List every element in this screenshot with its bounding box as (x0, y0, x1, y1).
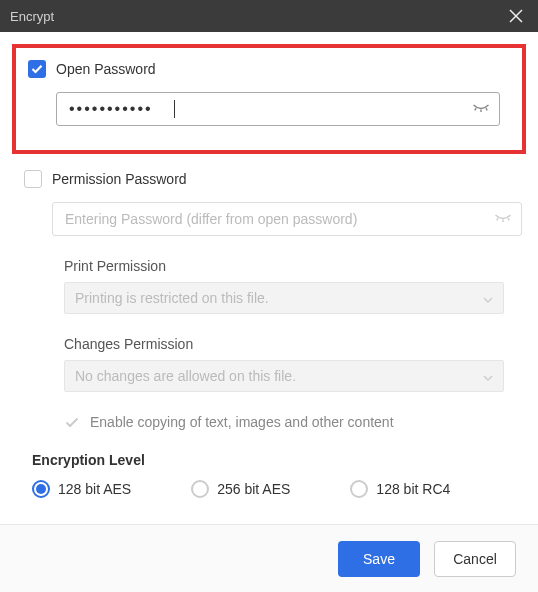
reveal-password-button[interactable] (472, 100, 490, 118)
open-password-row: Open Password (28, 60, 504, 78)
permission-password-input-wrapper (52, 202, 522, 236)
permission-password-checkbox[interactable] (24, 170, 42, 188)
save-button[interactable]: Save (338, 541, 420, 577)
chevron-down-icon (483, 368, 493, 384)
close-button[interactable] (504, 4, 528, 28)
open-password-input[interactable] (56, 92, 500, 126)
print-permission-label: Print Permission (64, 258, 526, 274)
encryption-level-label: Encryption Level (32, 452, 526, 468)
permission-password-row: Permission Password (24, 170, 526, 188)
changes-permission-value: No changes are allowed on this file. (75, 368, 296, 384)
svg-line-5 (497, 218, 498, 220)
encryption-level-group: 128 bit AES 256 bit AES 128 bit RC4 (32, 480, 526, 498)
dialog-content: Open Password Permission Password (0, 32, 538, 510)
radio-label: 256 bit AES (217, 481, 290, 497)
radio-128-rc4[interactable]: 128 bit RC4 (350, 480, 450, 498)
radio-button (350, 480, 368, 498)
reveal-permission-password-button (494, 210, 512, 228)
svg-line-2 (475, 108, 476, 110)
enable-copy-checkbox (64, 414, 80, 430)
print-permission-dropdown: Printing is restricted on this file. (64, 282, 504, 314)
open-password-highlight: Open Password (12, 44, 526, 154)
radio-label: 128 bit RC4 (376, 481, 450, 497)
open-password-label: Open Password (56, 61, 156, 77)
radio-128-aes[interactable]: 128 bit AES (32, 480, 131, 498)
checkmark-icon (65, 417, 79, 428)
text-cursor (174, 100, 175, 118)
close-icon (509, 9, 523, 23)
window-title: Encrypt (10, 9, 504, 24)
cancel-button[interactable]: Cancel (434, 541, 516, 577)
permission-password-input (52, 202, 522, 236)
enable-copy-label: Enable copying of text, images and other… (90, 414, 394, 430)
chevron-down-icon (483, 290, 493, 306)
changes-permission-dropdown: No changes are allowed on this file. (64, 360, 504, 392)
print-permission-value: Printing is restricted on this file. (75, 290, 269, 306)
eye-closed-icon (472, 102, 490, 114)
svg-line-4 (486, 108, 487, 110)
title-bar: Encrypt (0, 0, 538, 32)
enable-copy-row: Enable copying of text, images and other… (64, 414, 526, 430)
svg-line-7 (508, 218, 509, 220)
checkmark-icon (31, 64, 43, 74)
eye-closed-icon (494, 212, 512, 224)
permission-password-section: Permission Password Print Permission Pri… (24, 170, 526, 430)
radio-label: 128 bit AES (58, 481, 131, 497)
radio-256-aes[interactable]: 256 bit AES (191, 480, 290, 498)
changes-permission-label: Changes Permission (64, 336, 526, 352)
open-password-checkbox[interactable] (28, 60, 46, 78)
open-password-input-wrapper (56, 92, 500, 126)
radio-button (191, 480, 209, 498)
permission-password-label: Permission Password (52, 171, 187, 187)
dialog-footer: Save Cancel (0, 524, 538, 592)
radio-button (32, 480, 50, 498)
